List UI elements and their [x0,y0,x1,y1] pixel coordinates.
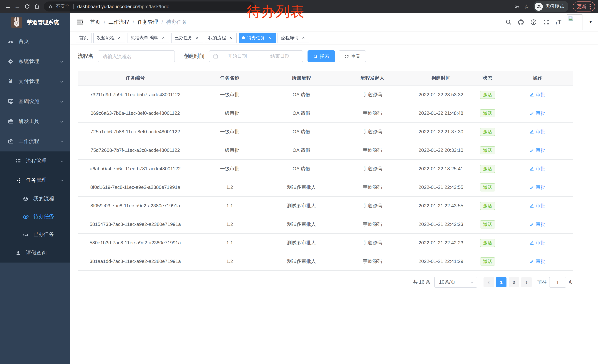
table-row: 580e1b3d-7ac8-11ec-a9e2-a2380e71991a 1.1… [78,234,573,252]
browser-forward-icon[interactable]: → [13,2,22,11]
breadcrumb-home[interactable]: 首页 [90,19,100,25]
task-time: 2022-01-21 22:42:23 [409,215,473,234]
tab-todo-tasks[interactable]: 待办任务× [239,32,276,43]
browser-menu-icon[interactable] [590,4,591,9]
approve-link[interactable]: 审批 [530,184,545,191]
header-search-icon[interactable] [505,18,512,25]
close-icon[interactable]: × [194,33,200,42]
reset-button[interactable]: 重置 [339,50,366,62]
task-starter: 芋道源码 [336,178,409,196]
tags-view: 首页 发起流程× 流程表单-编辑× 已办任务× 我的流程× 待办任务× 流程详情… [70,32,598,44]
url-divider [73,4,74,9]
search-button[interactable]: 搜索 [307,50,335,62]
breadcrumb: 首页 / 工作流程 / 任务管理 / 待办任务 [90,19,187,25]
bookmark-star-icon[interactable]: ☆ [524,3,529,10]
sidebar-logo[interactable]: 芋道管理系统 [0,13,70,32]
sidebar-item-done-tasks[interactable]: 已办任务 [0,226,70,243]
sidebar-item-label: 研发工具 [18,118,39,125]
sidebar-fold-icon[interactable] [76,18,84,26]
prev-page-button[interactable]: ‹ [483,277,494,287]
page-button-2[interactable]: 2 [509,277,519,287]
task-starter: 芋道源码 [336,104,409,122]
task-time: 2022-01-21 22:41:29 [409,252,473,270]
tab-done-tasks[interactable]: 已办任务× [171,32,203,43]
status-badge: 激活 [480,146,495,154]
approve-link[interactable]: 审批 [530,165,545,172]
sidebar-item-workflow[interactable]: 工作流程 [0,131,70,152]
font-size-icon[interactable]: TT [555,19,561,25]
sidebar-item-home[interactable]: 首页 [0,32,70,51]
tab-process-form-edit[interactable]: 流程表单-编辑× [127,32,169,43]
close-icon[interactable]: × [117,33,122,42]
task-id: 069c6a63-7b8a-11ec-8ef0-acde48001122 [78,104,193,122]
sidebar-item-my-process[interactable]: 我的流程 [0,190,70,208]
approve-link[interactable]: 审批 [530,91,545,98]
page-content: 流程名 创建时间 开始日期 - 结束日期 搜索 [70,44,598,288]
github-icon[interactable] [517,18,524,25]
edit-icon [530,129,534,134]
task-starter: 芋道源码 [336,159,409,178]
tab-process-detail[interactable]: 流程详情× [277,32,309,43]
screenshot-stage: ← → 不安全 dashboard.yudao.iocoder.cn/bpm/t… [0,0,598,364]
close-icon[interactable]: × [161,33,166,42]
approve-link[interactable]: 审批 [530,258,545,265]
sidebar-item-system[interactable]: 系统管理 [0,51,70,72]
task-process: 测试多审批人 [267,178,336,196]
edit-icon [530,259,534,263]
process-name-input[interactable] [98,50,175,62]
task-id: a6aba0a4-7b6d-11ec-b781-acde48001122 [78,159,193,178]
browser-home-icon[interactable] [32,2,42,11]
close-icon[interactable]: × [267,33,272,42]
date-range-picker[interactable]: 开始日期 - 结束日期 [209,50,303,62]
close-icon[interactable]: × [301,33,306,42]
password-key-icon[interactable] [514,4,520,9]
help-icon[interactable] [530,18,537,25]
sidebar-item-payment[interactable]: ¥ 支付管理 [0,72,70,91]
avatar-caret-icon[interactable]: ▼ [589,20,592,24]
task-process: OA 请假 [267,122,336,141]
col-starter: 流程发起人 [336,71,409,85]
browser-back-icon[interactable]: ← [3,2,13,11]
fullscreen-icon[interactable] [543,18,550,25]
approve-link[interactable]: 审批 [530,128,545,135]
sidebar-item-label: 请假查询 [26,250,47,256]
next-page-button[interactable]: › [521,277,532,287]
breadcrumb-task-management[interactable]: 任务管理 [137,19,158,25]
tab-home[interactable]: 首页 [76,32,91,43]
approve-link[interactable]: 审批 [530,147,545,154]
table-row: 725a1eb6-7b88-11ec-8ef0-acde48001122 一级审… [78,122,573,141]
approve-link[interactable]: 审批 [530,202,545,209]
approve-link[interactable]: 审批 [530,239,545,246]
browser-update-button[interactable]: 更新 [573,1,595,11]
browser-reload-icon[interactable] [22,2,32,11]
sidebar-item-infrastructure[interactable]: 基础设施 [0,91,70,112]
sidebar-item-todo-tasks[interactable]: 待办任务 [0,208,70,226]
task-time: 2022-01-21 22:43:55 [409,196,473,215]
tab-my-process[interactable]: 我的流程× [205,32,237,43]
address-bar[interactable]: 不安全 dashboard.yudao.iocoder.cn/bpm/task/… [44,1,255,11]
sidebar-item-process-management[interactable]: 流程管理 [0,152,70,171]
table-row: 73211d9d-7b9b-11ec-b5b7-acde48001122 一级审… [78,85,573,104]
chevron-down-icon [60,80,64,83]
approve-link[interactable]: 审批 [530,221,545,227]
incognito-label: 无痕模式 [545,3,564,10]
sidebar-item-devtools[interactable]: 研发工具 [0,112,70,131]
workflow-submenu: 流程管理 任务管理 我的流程 [0,152,70,263]
task-id: 725a1eb6-7b88-11ec-8ef0-acde48001122 [78,122,193,141]
sidebar-item-task-management[interactable]: 任务管理 [0,171,70,190]
goto-page-input[interactable] [549,277,566,288]
tab-start-process[interactable]: 发起流程× [93,32,125,43]
approve-link[interactable]: 审批 [530,110,545,116]
task-name: 1.1 [193,234,267,252]
page-button-1[interactable]: 1 [496,277,507,287]
tree-icon [15,178,22,183]
task-id: 8f0d1619-7ac8-11ec-a9e2-a2380e71991a [78,178,193,196]
avatar[interactable] [567,14,582,30]
breadcrumb-workflow[interactable]: 工作流程 [108,19,129,25]
page-size-select[interactable]: 10条/页 [434,277,477,288]
task-time: 2022-01-22 21:48:48 [409,104,473,122]
task-process: 测试多审批人 [267,196,336,215]
sidebar-item-leave-query[interactable]: 请假查询 [0,243,70,263]
eye-icon [22,213,29,220]
close-icon[interactable]: × [228,33,233,42]
